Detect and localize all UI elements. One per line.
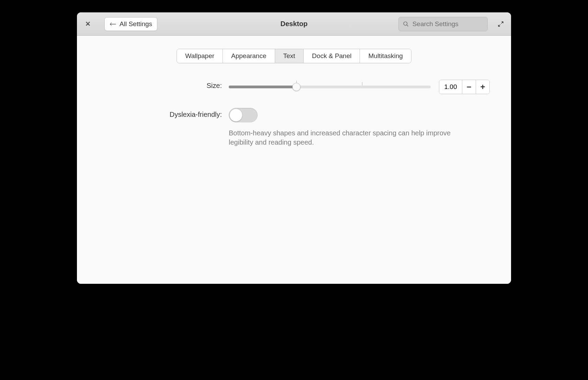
size-stepper: − + bbox=[439, 80, 490, 94]
size-slider[interactable] bbox=[229, 86, 431, 88]
size-increment-button[interactable]: + bbox=[476, 80, 489, 94]
plus-icon: + bbox=[480, 82, 485, 92]
svg-line-1 bbox=[407, 25, 408, 26]
expand-icon bbox=[497, 21, 504, 27]
back-arrow-icon: 🡐 bbox=[110, 21, 116, 27]
header-right bbox=[398, 17, 505, 31]
tab-text[interactable]: Text bbox=[275, 49, 304, 63]
tab-multitasking[interactable]: Multitasking bbox=[360, 49, 411, 63]
search-icon bbox=[403, 21, 409, 27]
slider-tick-large bbox=[362, 82, 362, 86]
content-area: Wallpaper Appearance Text Dock & Panel M… bbox=[77, 36, 511, 284]
slider-thumb[interactable] bbox=[292, 83, 301, 91]
settings-grid: Size: − + bbox=[98, 80, 490, 147]
svg-point-0 bbox=[404, 22, 407, 25]
window-title: Desktop bbox=[281, 20, 308, 28]
tab-appearance[interactable]: Appearance bbox=[223, 49, 274, 63]
dyslexia-row: Bottom-heavy shapes and increased charac… bbox=[229, 108, 490, 147]
window-header: ✕ 🡐 All Settings Desktop bbox=[77, 12, 511, 36]
toggle-knob bbox=[229, 109, 242, 122]
size-value-input[interactable] bbox=[439, 80, 462, 94]
all-settings-back-button[interactable]: 🡐 All Settings bbox=[104, 17, 157, 31]
size-label: Size: bbox=[98, 80, 222, 90]
size-decrement-button[interactable]: − bbox=[462, 80, 476, 94]
dyslexia-description: Bottom-heavy shapes and increased charac… bbox=[229, 128, 455, 147]
close-button[interactable]: ✕ bbox=[83, 19, 93, 29]
all-settings-label: All Settings bbox=[120, 20, 152, 28]
dyslexia-toggle[interactable] bbox=[229, 108, 258, 122]
tab-wallpaper[interactable]: Wallpaper bbox=[177, 49, 223, 63]
slider-track bbox=[229, 86, 431, 88]
settings-window: ✕ 🡐 All Settings Desktop Wallpaper Appea… bbox=[77, 12, 511, 284]
maximize-button[interactable] bbox=[497, 20, 505, 28]
size-row: − + bbox=[229, 80, 490, 94]
close-icon: ✕ bbox=[85, 20, 91, 28]
tab-bar: Wallpaper Appearance Text Dock & Panel M… bbox=[177, 49, 411, 63]
slider-fill bbox=[229, 86, 296, 88]
dyslexia-label: Dyslexia-friendly: bbox=[98, 108, 222, 119]
tab-dock-panel[interactable]: Dock & Panel bbox=[303, 49, 360, 63]
minus-icon: − bbox=[466, 82, 471, 92]
search-box[interactable] bbox=[398, 17, 488, 31]
search-input[interactable] bbox=[412, 20, 483, 28]
